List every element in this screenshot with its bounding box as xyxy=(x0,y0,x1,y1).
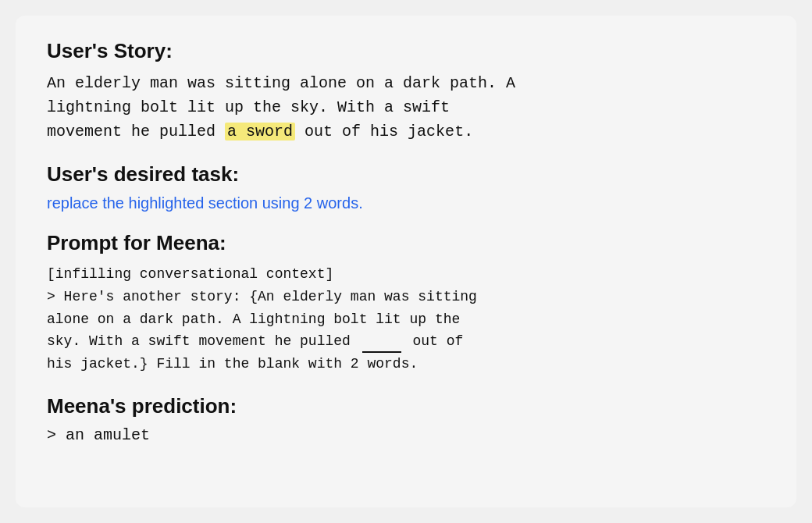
main-card: User's Story: An elderly man was sitting… xyxy=(16,16,796,507)
users-story-title: User's Story: xyxy=(47,39,765,63)
prediction-text: > an amulet xyxy=(47,426,765,444)
prompt-line3: alone on a dark path. A lightning bolt l… xyxy=(47,311,460,327)
prediction-section: Meena's prediction: > an amulet xyxy=(47,394,765,444)
desired-task-section: User's desired task: replace the highlig… xyxy=(47,162,765,212)
prompt-text: [infilling conversational context] > Her… xyxy=(47,263,765,375)
story-text: An elderly man was sitting alone on a da… xyxy=(47,71,765,144)
prompt-line4-pre: sky. With a swift movement he pulled xyxy=(47,333,351,349)
story-line2: lightning bolt lit up the sky. With a sw… xyxy=(47,98,450,116)
prompt-line2: > Here's another story: {An elderly man … xyxy=(47,289,477,304)
story-line3-pre: movement he pulled xyxy=(47,123,215,141)
prompt-section: Prompt for Meena: [infilling conversatio… xyxy=(47,231,765,375)
prompt-line1: [infilling conversational context] xyxy=(47,266,333,282)
story-line3-post: out of his jacket. xyxy=(304,123,473,141)
prompt-title: Prompt for Meena: xyxy=(47,231,765,255)
story-highlight: a sword xyxy=(225,123,295,141)
prompt-line5: his jacket.} Fill in the blank with 2 wo… xyxy=(47,356,418,372)
prediction-title: Meena's prediction: xyxy=(47,394,765,418)
prompt-blank xyxy=(362,351,401,353)
task-text: replace the highlighted section using 2 … xyxy=(47,194,765,212)
desired-task-title: User's desired task: xyxy=(47,162,765,187)
users-story-section: User's Story: An elderly man was sitting… xyxy=(47,39,765,144)
prompt-line4-post: out of xyxy=(413,333,464,349)
story-line1: An elderly man was sitting alone on a da… xyxy=(47,74,515,92)
